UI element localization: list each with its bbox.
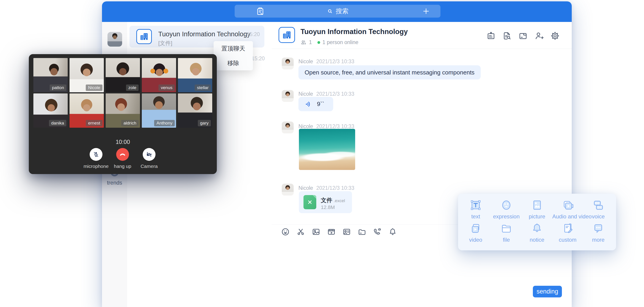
chat-header: Tuoyun Information Technology 1 1 person… xyxy=(272,22,572,49)
control-label: microphone xyxy=(82,164,110,169)
participant-name: Anthony xyxy=(154,120,175,126)
call-tile[interactable]: ernest xyxy=(70,93,104,128)
screenshot-scissors-icon[interactable] xyxy=(296,227,305,236)
bell-icon[interactable] xyxy=(388,227,397,236)
message-time: 2021/12/3 10:33 xyxy=(316,123,354,129)
trends-label: trends xyxy=(102,180,127,186)
camera-off-icon xyxy=(146,151,152,158)
plus-icon[interactable] xyxy=(422,7,430,16)
call-tile[interactable]: zole xyxy=(106,58,140,92)
group-call-overlay: patton Nicole zole venus stellar danika … xyxy=(29,54,217,174)
message-time: 2021/12/3 10:33 xyxy=(316,58,354,64)
sender-avatar[interactable] xyxy=(282,121,294,133)
group-avatar-badge xyxy=(136,29,152,44)
conversation-last-message: [文件] xyxy=(158,39,172,47)
call-tile[interactable]: stellar xyxy=(178,58,212,92)
file-drawer-icon[interactable] xyxy=(518,31,528,41)
sender-name: Nicole xyxy=(298,58,313,64)
conversation-context-menu: 置顶聊天 移除 xyxy=(214,41,253,70)
video-clapper-icon[interactable] xyxy=(327,227,336,236)
message-time: 2021/12/3 10:33 xyxy=(316,91,354,97)
conversation-time: 15:20 xyxy=(252,55,265,62)
chat-panel: Tuoyun Information Technology 1 1 person… xyxy=(272,22,572,307)
sender-avatar[interactable] xyxy=(282,184,294,196)
notice-board-icon[interactable] xyxy=(486,31,496,41)
control-label: hang up xyxy=(109,164,136,169)
conversation-title: Tuoyun Information Technology xyxy=(158,30,250,38)
call-list-icon[interactable] xyxy=(256,7,265,17)
panel-item-custom[interactable]: custom xyxy=(552,222,583,245)
menu-item-pin-chat[interactable]: 置顶聊天 xyxy=(214,41,253,56)
message-time: 2021/12/3 10:33 xyxy=(316,185,354,191)
notice-panel-icon xyxy=(530,222,544,235)
panel-item-text[interactable]: text xyxy=(460,199,491,222)
participant-name: ernest xyxy=(86,120,102,126)
control-label: Camera xyxy=(136,164,163,169)
call-tile[interactable]: danika xyxy=(34,93,68,128)
search-placeholder: 搜索 xyxy=(336,7,348,15)
chat-history-search-icon[interactable] xyxy=(502,31,512,41)
call-tile[interactable]: venus xyxy=(142,58,176,92)
building-icon xyxy=(140,32,149,41)
picture-icon[interactable] xyxy=(312,227,321,236)
panel-item-picture[interactable]: picture xyxy=(522,199,552,222)
voice-message-bubble[interactable]: 9`` xyxy=(298,97,333,111)
call-tile[interactable]: patton xyxy=(34,58,68,92)
participant-name: gary xyxy=(198,120,211,126)
message-header: Nicole2021/12/3 10:33 xyxy=(298,91,354,97)
menu-item-remove[interactable]: 移除 xyxy=(214,56,253,70)
sender-name: Nicole xyxy=(298,123,313,129)
panel-item-audio-and-video[interactable]: Audio and video xyxy=(552,199,583,222)
participant-name: aldrich xyxy=(121,120,138,126)
search-icon xyxy=(326,8,334,15)
file-message-bubble[interactable]: 文件.excel 12.8M xyxy=(299,191,352,213)
panel-item-voice[interactable]: voice xyxy=(583,199,614,222)
message-header: Nicole2021/12/3 10:33 xyxy=(298,123,354,129)
call-tile[interactable]: gary xyxy=(178,93,212,128)
file-ext: .excel xyxy=(334,198,345,203)
search-field[interactable]: 搜索 xyxy=(326,7,348,15)
microphone-toggle-button[interactable]: microphone xyxy=(82,148,110,169)
sender-avatar[interactable] xyxy=(282,57,294,69)
video-call-icon[interactable] xyxy=(373,227,382,236)
hang-up-icon xyxy=(119,151,126,158)
call-tile[interactable]: aldrich xyxy=(106,93,140,128)
send-button[interactable]: sending xyxy=(533,286,562,298)
sender-name: Nicole xyxy=(298,185,313,191)
online-dot xyxy=(318,41,320,44)
member-count: 1 xyxy=(309,39,312,45)
panel-item-video[interactable]: video xyxy=(460,222,491,245)
search-bar[interactable]: 搜索 xyxy=(235,5,440,17)
chat-header-actions xyxy=(486,31,560,41)
picture-panel-icon xyxy=(530,199,544,212)
folder-icon[interactable] xyxy=(358,227,366,236)
sender-avatar[interactable] xyxy=(282,90,294,102)
current-user-avatar[interactable] xyxy=(108,32,122,47)
sender-name: Nicole xyxy=(298,91,313,97)
image-message-beach[interactable] xyxy=(299,129,355,170)
camera-toggle-button[interactable]: Camera xyxy=(136,148,163,169)
add-member-icon[interactable] xyxy=(534,31,544,41)
panel-item-file[interactable]: file xyxy=(491,222,522,245)
settings-gear-icon[interactable] xyxy=(550,31,560,41)
emoji-icon[interactable] xyxy=(281,227,290,236)
building-icon xyxy=(282,30,292,40)
hang-up-button[interactable]: hang up xyxy=(109,148,136,169)
chat-title: Tuoyun Information Technology xyxy=(300,28,408,36)
panel-item-expression[interactable]: expression xyxy=(491,199,522,222)
excel-file-icon xyxy=(304,195,316,209)
contact-card-icon[interactable] xyxy=(342,227,351,236)
call-tile[interactable]: Anthony xyxy=(142,93,176,128)
call-tile[interactable]: Nicole xyxy=(70,58,104,92)
text-message-bubble[interactable]: Open source, free, and universal instant… xyxy=(298,65,481,79)
voice-wave-icon xyxy=(304,100,313,108)
custom-panel-icon xyxy=(561,222,574,235)
members-icon xyxy=(300,39,307,45)
titlebar: 搜索 xyxy=(102,1,572,22)
panel-item-notice[interactable]: notice xyxy=(522,222,552,245)
participant-name: patton xyxy=(50,84,66,91)
voice-panel-icon xyxy=(592,199,605,212)
participant-name: Nicole xyxy=(86,84,102,91)
panel-item-more[interactable]: more xyxy=(583,222,614,245)
more-panel-icon xyxy=(592,222,605,235)
